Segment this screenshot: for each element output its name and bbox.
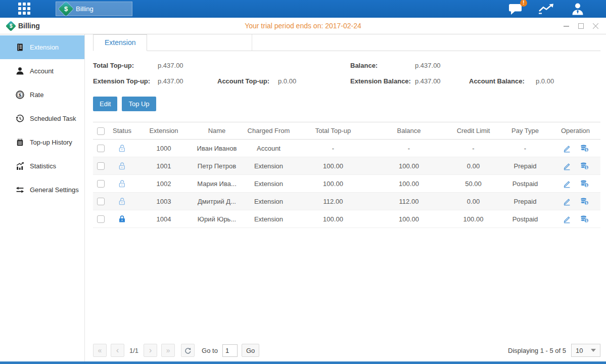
edit-icon[interactable] (563, 144, 571, 152)
notification-badge: ! (520, 0, 527, 7)
column-header: Total Top-up (295, 122, 371, 140)
resource-monitor-icon[interactable] (538, 3, 555, 15)
user-icon[interactable] (571, 3, 585, 15)
extension-icon (16, 43, 24, 52)
sidebar-item-label: General Settings (30, 186, 79, 194)
table-row: 1004Юрий Юрь...Extension100.00100.00100.… (93, 210, 600, 228)
notifications-icon[interactable]: ! (508, 3, 523, 15)
charged-from-cell: Extension (242, 175, 295, 193)
edit-icon[interactable] (563, 197, 571, 205)
last-page-button[interactable] (161, 344, 175, 357)
sidebar-item-label: Account (30, 67, 54, 75)
topbar-right: ! (508, 0, 585, 18)
charged-from-cell: Extension (242, 157, 295, 175)
row-checkbox[interactable] (97, 162, 105, 170)
trial-message: Your trial period ends on: 2017-02-24 (0, 22, 606, 30)
topup-button[interactable]: Top Up (122, 97, 156, 111)
balance-summary: Total Top-up: p.437.00 Balance: p.437.00… (93, 58, 600, 89)
topup-icon[interactable]: $ (580, 214, 589, 223)
taskbar-billing-label: Billing (76, 5, 94, 13)
pay-type-cell: Prepaid (500, 193, 550, 210)
tab-extension[interactable]: Extension (93, 34, 147, 51)
row-checkbox[interactable] (97, 198, 105, 205)
close-icon[interactable] (592, 23, 599, 29)
topup-icon[interactable]: $ (580, 197, 589, 205)
column-header: Charged From (242, 122, 295, 140)
sidebar-item-label: Statistics (30, 162, 56, 170)
credit-limit-cell: - (447, 140, 500, 157)
total-topup-cell: 100.00 (295, 157, 371, 175)
locked-icon (118, 214, 126, 222)
page-size-select[interactable]: 10 (571, 344, 600, 357)
balance-cell: 100.00 (371, 210, 447, 228)
toolbar: Edit Top Up (93, 97, 600, 111)
pay-type-cell: - (500, 140, 550, 157)
sidebar-item-rate[interactable]: $Rate (0, 83, 84, 107)
edit-button[interactable]: Edit (93, 97, 117, 111)
extension-balance-label: Extension Balance: (350, 73, 415, 89)
name-cell: Мария Ива... (192, 175, 242, 193)
sidebar-item-extension[interactable]: Extension (0, 35, 84, 59)
column-header: Name (192, 122, 242, 140)
credit-limit-cell: 0.00 (447, 193, 500, 210)
total-topup-cell: 112.00 (295, 193, 371, 210)
edit-icon[interactable] (563, 179, 571, 188)
refresh-button[interactable] (181, 344, 195, 357)
extension-table-body: 1000Иван ИвановAccount----$1001Петр Петр… (93, 140, 600, 228)
svg-text:$: $ (585, 201, 587, 205)
credit-limit-cell: 50.00 (447, 175, 500, 193)
sidebar-item-account[interactable]: Account (0, 59, 84, 83)
edit-icon[interactable] (563, 161, 571, 170)
charged-from-cell: Account (242, 140, 295, 157)
sidebar: ExtensionAccount$RateScheduled TaskTop-u… (0, 34, 85, 361)
total-topup-cell: 100.00 (295, 210, 371, 228)
svg-text:$: $ (19, 93, 21, 98)
minimize-icon[interactable] (563, 23, 570, 29)
page-size-value: 10 (576, 347, 583, 354)
operation-cell: $ (550, 157, 600, 175)
pay-type-cell: Postpaid (500, 210, 550, 228)
select-all-checkbox[interactable] (97, 127, 105, 135)
displaying-text: Displaying 1 - 5 of 5 (508, 347, 566, 354)
total-topup-cell: - (295, 140, 371, 157)
sidebar-item-general-settings[interactable]: General Settings (0, 178, 84, 202)
unlocked-icon (118, 144, 126, 151)
extension-topup-value: p.437.00 (158, 73, 217, 89)
column-header: Status (108, 122, 136, 140)
sidebar-item-label: Extension (30, 43, 59, 51)
total-topup-cell: 100.00 (295, 175, 371, 193)
first-page-button[interactable] (93, 344, 107, 357)
total-topup-label: Total Top-up: (93, 58, 158, 73)
go-button[interactable]: Go (242, 344, 259, 357)
maximize-icon[interactable] (578, 23, 584, 29)
topup-icon[interactable]: $ (580, 179, 589, 188)
column-header: Balance (371, 122, 447, 140)
table-header-row: StatusExtensionNameCharged FromTotal Top… (93, 122, 600, 140)
row-checkbox[interactable] (97, 180, 105, 188)
sidebar-item-statistics[interactable]: Statistics (0, 154, 84, 178)
pay-type-cell: Postpaid (500, 175, 550, 193)
goto-page-input[interactable] (222, 344, 238, 357)
topup-icon[interactable]: $ (580, 144, 589, 152)
next-page-button[interactable] (144, 344, 157, 357)
balance-cell: 100.00 (371, 157, 447, 175)
prev-page-button[interactable] (111, 344, 124, 357)
edit-icon[interactable] (563, 214, 571, 223)
extension-cell: 1000 (136, 140, 192, 157)
app-launcher-icon[interactable] (18, 3, 31, 16)
goto-label: Go to (202, 347, 218, 354)
extension-balance-value: p.437.00 (415, 73, 469, 89)
row-checkbox[interactable] (97, 215, 105, 223)
account-icon (16, 67, 24, 75)
row-checkbox[interactable] (97, 145, 105, 152)
column-header: Pay Type (500, 122, 550, 140)
scheduled-task-icon (16, 114, 24, 123)
charged-from-cell: Extension (242, 193, 295, 210)
table-row: 1001Петр ПетровExtension100.00100.000.00… (93, 157, 600, 175)
sidebar-item-topup-history[interactable]: Top-up History (0, 130, 84, 154)
taskbar-billing-tab[interactable]: Billing (56, 2, 132, 16)
sidebar-item-scheduled-task[interactable]: Scheduled Task (0, 107, 84, 130)
extension-table: StatusExtensionNameCharged FromTotal Top… (93, 122, 600, 228)
topup-icon[interactable]: $ (580, 161, 589, 170)
operation-cell: $ (550, 140, 600, 157)
